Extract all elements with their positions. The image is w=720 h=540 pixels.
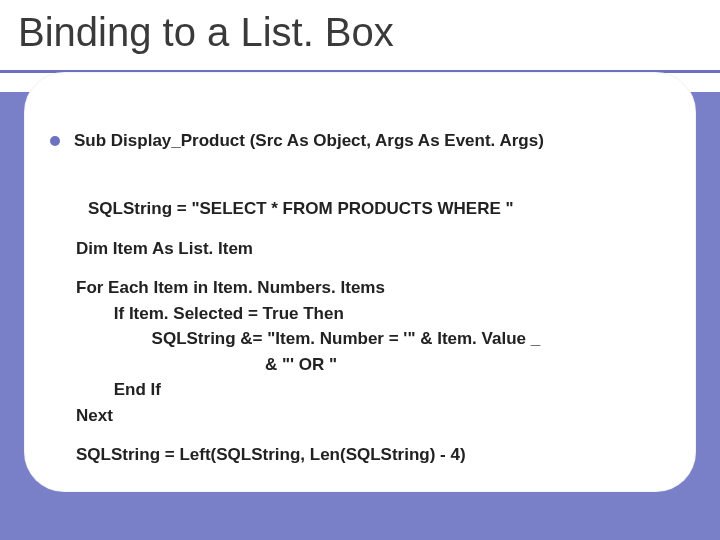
bullet-row: Sub Display_Product (Src As Object, Args… <box>50 130 670 153</box>
bullet-text: Sub Display_Product (Src As Object, Args… <box>74 130 544 153</box>
code-line: End If <box>76 380 161 399</box>
code-line: SQLString = Left(SQLString, Len(SQLStrin… <box>76 445 466 464</box>
bullet-icon <box>50 136 60 146</box>
slide-title: Binding to a List. Box <box>18 10 394 54</box>
code-line: If Item. Selected = True Then <box>76 304 344 323</box>
code-block: SQLString = "SELECT * FROM PRODUCTS WHER… <box>76 171 670 494</box>
code-line: For Each Item in Item. Numbers. Items <box>76 278 385 297</box>
code-line: Next <box>76 406 113 425</box>
code-line: & "' OR " <box>76 355 337 374</box>
slide-body: Sub Display_Product (Src As Object, Args… <box>50 130 670 493</box>
code-line: SQLString = "SELECT * FROM PRODUCTS WHER… <box>76 199 514 218</box>
slide: Binding to a List. Box Sub Display_Produ… <box>0 0 720 540</box>
code-line: Dim Item As List. Item <box>76 239 253 258</box>
code-line: SQLString &= "Item. Number = '" & Item. … <box>76 329 540 348</box>
